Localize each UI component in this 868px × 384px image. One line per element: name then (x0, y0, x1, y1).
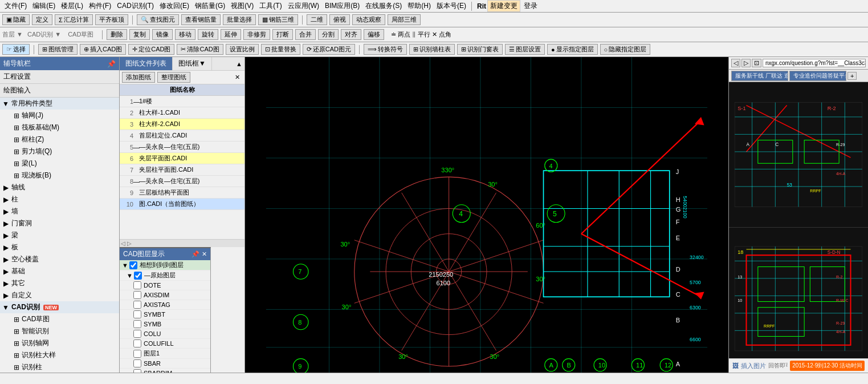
tree-custom[interactable]: ▶ 自定义 (0, 289, 119, 301)
btn-align-top[interactable]: 平齐板顶 (95, 14, 128, 25)
layer-check-sbar[interactable] (133, 359, 141, 367)
menu-bim[interactable]: BIM应用(B) (323, 1, 362, 11)
layer-row-0[interactable]: ▼ 相想到到到图层 (120, 260, 210, 270)
layer-row-symb[interactable]: SYMB (120, 320, 210, 329)
btn-select[interactable]: ☞ 选择 (2, 44, 30, 55)
drawing-row-6[interactable]: 6 夹层平面图.CADI (120, 153, 244, 164)
expand-custom[interactable]: ▶ (2, 292, 9, 300)
tree-rec-col[interactable]: ⊞ 识别柱 (0, 361, 119, 373)
layer-panel-close[interactable]: ✕ (202, 250, 207, 258)
expand-cad[interactable]: ▼ (2, 304, 9, 312)
browser-new-tab[interactable]: + (847, 72, 857, 80)
btn-merge[interactable]: 合并 (295, 29, 316, 40)
tree-cad-draft[interactable]: ⊞ CAD草图 (0, 313, 119, 325)
expand-5[interactable]: — (133, 144, 139, 151)
drawing-row-1[interactable]: 1 — 1#楼 (120, 96, 244, 107)
layer-expand-0[interactable]: ▼ (122, 262, 129, 269)
btn-delete[interactable]: 删除 (107, 29, 127, 40)
expand-column[interactable]: ▶ (2, 196, 9, 204)
panel-expand-btn[interactable]: ▲ (234, 57, 244, 70)
layer-row-layer1[interactable]: 图层1 (120, 349, 210, 359)
drawing-row-5[interactable]: 5 — —吴永良—住宅(五层) (120, 142, 244, 153)
btn-batch-replace[interactable]: ⊡ 批量替换 (261, 44, 300, 55)
btn-non-trim[interactable]: 非修剪 (243, 29, 270, 40)
layer-expand-1[interactable]: ▼ (127, 272, 134, 279)
panel-close-btn[interactable]: ✕ (233, 74, 242, 81)
layer-row-1[interactable]: ▼ —原始图层 (120, 270, 210, 281)
layer-row-axistag[interactable]: AXISTAG (120, 300, 210, 310)
layer-check-1[interactable] (134, 272, 142, 280)
btn-insert-cad[interactable]: ⊕ 插入CAD图 (80, 44, 126, 55)
btn-locate-cad[interactable]: ✛ 定位CAD图 (128, 44, 174, 55)
btn-view-rebar[interactable]: 查看钢筋量 (181, 14, 221, 25)
menu-help[interactable]: 帮助(H) (405, 1, 433, 11)
layer-row-symbt[interactable]: SYMBT (120, 310, 210, 320)
browser-url[interactable]: nxgx.com/question.g?m?lst=__Class3c38... (763, 59, 866, 67)
layer-row-colu[interactable]: COLU (120, 329, 210, 339)
menu-cad[interactable]: CAD识别(T) (115, 1, 156, 11)
expand-hollow[interactable]: ▶ (2, 256, 9, 264)
btn-convert-symbol[interactable]: ⟹ 转换符号 (364, 44, 407, 55)
tree-frame[interactable]: ⊞ 框柱(Z) (0, 134, 119, 145)
drawing-row-9[interactable]: 9 三层板结构平面图 (120, 187, 244, 199)
layer-check-axisdim[interactable] (133, 291, 141, 299)
layer-row-axisdim[interactable]: AXISDIM (120, 290, 210, 300)
btn-batch-select[interactable]: 批量选择 (223, 14, 256, 25)
btn-copy[interactable]: 复制 (129, 29, 150, 40)
btn-drawing-manage[interactable]: ⊞ 图纸管理 (38, 44, 78, 55)
btn-find-element[interactable]: 🔍 查找图元 (137, 14, 179, 25)
btn-mirror[interactable]: 镜像 (152, 29, 173, 40)
menu-version[interactable]: 版本号(E) (434, 1, 468, 11)
tree-rec-axis[interactable]: ⊞ 识别轴网 (0, 337, 119, 349)
btn-split[interactable]: 分割 (318, 29, 339, 40)
layer-check-colu[interactable] (133, 330, 141, 338)
expand-wall[interactable]: ▶ (2, 208, 9, 216)
drawing-row-4[interactable]: 4 首层柱定位.CADI (120, 130, 244, 142)
drawing-row-2[interactable]: 2 柱大样-1.CADI (120, 107, 244, 119)
btn-show-layer[interactable]: ● 显示指定图层 (547, 44, 598, 55)
btn-local-3d[interactable]: 局部三维 (388, 14, 421, 25)
sidebar-project-settings[interactable]: 工程设置 (0, 70, 119, 84)
tree-smart-recognition[interactable]: ⊞ 智能识别 (0, 325, 119, 337)
expand-plate[interactable]: ▶ (2, 244, 9, 252)
expand-common[interactable]: ▼ (2, 100, 9, 108)
btn-hide-layer[interactable]: ○ 隐藏指定图层 (600, 44, 651, 55)
tree-hollow[interactable]: ▶ 空心楼盖 (0, 253, 119, 265)
canvas-area[interactable]: 330° 30° 60° 30° 30° 30° 30° 30° (245, 57, 728, 373)
tab-drawing-frame[interactable]: 图纸框▼ (173, 57, 212, 70)
btn-hide[interactable]: ▣ 隐藏 (2, 14, 30, 25)
layer-check-colufill[interactable] (133, 339, 141, 347)
browser-expand[interactable]: ⊡ (752, 59, 761, 67)
btn-restore-cad[interactable]: ⟳ 还原CAD图元 (303, 44, 355, 55)
layer-check-dote[interactable] (133, 281, 141, 289)
menu-rebar[interactable]: 钢筋量(G) (193, 1, 227, 11)
layer-check-symb[interactable] (133, 320, 141, 328)
sidebar-drawing-input[interactable]: 绘图输入 (0, 84, 119, 98)
sidebar-pin-icon[interactable]: 📌 (107, 60, 116, 68)
expand-beam2[interactable]: ▶ (2, 232, 9, 240)
btn-top-view[interactable]: 俯视 (329, 14, 350, 25)
expand-axis[interactable]: ▶ (2, 184, 9, 192)
btn-clear-cad[interactable]: ✂ 清除CAD图 (177, 44, 223, 55)
new-build-change[interactable]: 新建变更 (487, 0, 520, 12)
tree-slab[interactable]: ⊞ 现浇板(B) (0, 169, 119, 181)
browser-back[interactable]: ◁ (731, 59, 740, 67)
layer-check-layer1[interactable] (133, 350, 141, 358)
menu-edit[interactable]: 编辑(E) (30, 1, 58, 11)
tree-door-window[interactable]: ▶ 门窗洞 (0, 217, 119, 229)
drawing-row-8[interactable]: 8 — —吴永良—住宅(五层) (120, 176, 244, 187)
layer-panel-pin[interactable]: 📌 (191, 250, 199, 258)
btn-align[interactable]: 对齐 (341, 29, 361, 40)
expand-1[interactable]: — (133, 98, 139, 105)
tree-other[interactable]: ▶ 其它 (0, 277, 119, 289)
layer-row-dote[interactable]: DOTE (120, 281, 210, 290)
tree-common-parts[interactable]: ▼ 常用构件类型 (0, 98, 119, 110)
btn-add-drawing[interactable]: 添加图纸 (122, 72, 155, 83)
btn-recognize-wall-table[interactable]: ⊞ 识别墙柱表 (409, 44, 455, 55)
layer-check-symbt[interactable] (133, 310, 141, 318)
tree-plate[interactable]: ▶ 板 (0, 241, 119, 253)
menu-file[interactable]: 文件(F) (2, 1, 29, 11)
layer-check-0[interactable] (129, 261, 137, 269)
browser-tab-2[interactable]: 专业造价问题答疑平台-厂联× (789, 71, 846, 81)
drawing-row-10[interactable]: 10 图.CADI（当前图纸） (120, 199, 244, 210)
